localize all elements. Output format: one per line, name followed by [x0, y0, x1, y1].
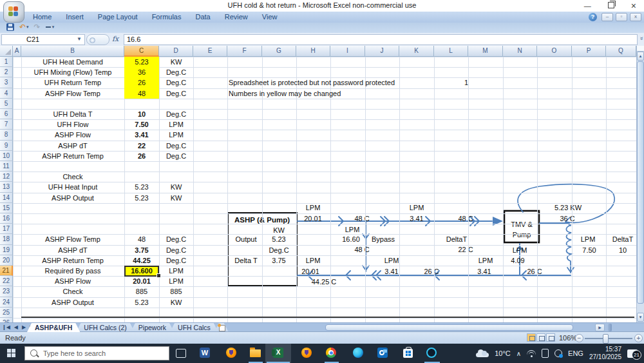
row-header-18[interactable]: 18 — [0, 234, 13, 244]
vertical-scrollbar-thumb[interactable] — [637, 61, 644, 304]
row-header-13[interactable]: 13 — [0, 182, 13, 192]
cell-D1[interactable]: KW — [159, 57, 193, 67]
cell-B18[interactable]: ASHP Flow Temp — [21, 234, 124, 244]
formula-bar-expand-icon[interactable]: « — [638, 37, 644, 40]
cell-D21[interactable]: LPM — [159, 266, 193, 276]
edge-icon[interactable] — [353, 348, 365, 359]
weather-cloud-icon[interactable] — [476, 349, 489, 357]
cell-C9[interactable]: 22 — [124, 141, 159, 151]
cell-D23[interactable]: 885 — [159, 286, 193, 297]
col-header-J[interactable]: J — [365, 46, 399, 57]
row-header-25[interactable]: 25 — [0, 308, 13, 318]
cell-B4[interactable]: ASHP Flow Temp — [21, 88, 124, 99]
cell-C6[interactable]: 10 — [124, 109, 159, 119]
row-header-24[interactable]: 24 — [0, 297, 13, 308]
cell-B13[interactable]: UFH Heat Input — [21, 182, 124, 192]
cell-C23[interactable]: 885 — [124, 286, 159, 297]
undo-button[interactable]: ↶▾ — [19, 23, 29, 31]
row-header-10[interactable]: 10 — [0, 151, 13, 161]
col-header-A[interactable]: A — [13, 46, 21, 57]
ribbon-tab-view[interactable]: View — [256, 12, 283, 23]
file-explorer-icon[interactable] — [250, 348, 261, 359]
save-button[interactable] — [6, 23, 14, 31]
cell-B7[interactable]: UFH Flow — [21, 119, 124, 130]
qat-customize-button[interactable]: ▾ — [46, 25, 55, 30]
sheet-tab-ufh-calcs[interactable]: UFH Calcs — [170, 323, 218, 332]
row-header-17[interactable]: 17 — [0, 224, 13, 234]
row-header-14[interactable]: 14 — [0, 193, 13, 203]
cell-C19[interactable]: 3.75 — [124, 245, 159, 255]
vertical-scrollbar[interactable]: ▲▼ — [636, 46, 644, 322]
cell-B10[interactable]: ASHP Return Temp — [21, 151, 124, 161]
cell-C3[interactable]: 26 — [124, 77, 159, 88]
cell-B8[interactable]: ASHP Flow — [21, 130, 124, 140]
row-header-8[interactable]: 8 — [0, 130, 13, 140]
cell-B24[interactable]: ASHP Output — [21, 297, 124, 308]
cell-C24[interactable]: 5.23 — [124, 297, 159, 308]
cell-B19[interactable]: ASHP dT — [21, 245, 124, 255]
cell-D22[interactable]: LPM — [159, 276, 193, 286]
outlook-icon[interactable] — [377, 348, 389, 359]
row-header-22[interactable]: 22 — [0, 276, 13, 286]
page-break-view-button[interactable] — [546, 333, 555, 342]
prev-sheet-button[interactable]: ◀ — [14, 324, 18, 331]
start-button[interactable] — [7, 349, 16, 358]
zoom-in-button[interactable]: + — [634, 334, 643, 342]
col-header-I[interactable]: I — [330, 46, 365, 57]
col-header-M[interactable]: M — [468, 46, 503, 57]
row-header-7[interactable]: 7 — [0, 119, 13, 130]
firefox-icon[interactable] — [226, 348, 238, 359]
workbook-minimize-button[interactable]: – — [601, 13, 613, 21]
cell-C18[interactable]: 48 — [124, 234, 159, 244]
firefox-shield-icon[interactable] — [301, 348, 313, 359]
cell-D2[interactable]: Deg.C — [159, 67, 193, 77]
wifi-icon[interactable] — [527, 350, 536, 357]
row-header-3[interactable]: 3 — [0, 77, 13, 88]
col-header-E[interactable]: E — [193, 46, 227, 57]
ribbon-tab-formulas[interactable]: Formulas — [146, 12, 187, 23]
cell-B22[interactable]: ASHP Flow — [21, 276, 124, 286]
workbook-close-button[interactable]: x — [630, 13, 641, 21]
language-label[interactable]: ENG — [568, 349, 583, 357]
cell-B12[interactable]: Check — [21, 172, 124, 182]
ribbon-tab-data[interactable]: Data — [189, 12, 216, 23]
col-header-B[interactable]: B — [21, 46, 124, 57]
network-icon[interactable] — [554, 349, 562, 357]
cell-C13[interactable]: 5.23 — [124, 182, 159, 192]
cell-D20[interactable]: Deg.C — [159, 255, 193, 266]
alexa-icon[interactable] — [426, 348, 438, 359]
cell-B21[interactable]: Required By pass — [21, 266, 124, 276]
cell-B20[interactable]: ASHP Return Temp — [21, 255, 124, 266]
worksheet-grid[interactable]: ASHP (& Pump)KWOutput5.23Deg.CDelta T3.7… — [0, 46, 644, 322]
cell-D10[interactable]: Deg.C — [159, 151, 193, 161]
row-header-21[interactable]: 21 — [0, 266, 13, 276]
row-header-11[interactable]: 11 — [0, 161, 13, 172]
scroll-right-button[interactable]: ▶ — [595, 324, 605, 331]
ribbon-tab-insert[interactable]: Insert — [60, 12, 90, 23]
fill-handle[interactable] — [156, 273, 161, 278]
excel-taskbar-tile[interactable]: X — [265, 344, 291, 363]
row-header-20[interactable]: 20 — [0, 255, 13, 266]
ribbon-tab-review[interactable]: Review — [219, 12, 254, 23]
first-sheet-button[interactable]: ❙◀ — [2, 324, 10, 331]
col-header-F[interactable]: F — [227, 46, 262, 57]
row-header-12[interactable]: 12 — [0, 172, 13, 182]
cell-D4[interactable]: Deg.C — [159, 88, 193, 99]
cell-C14[interactable]: 5.23 — [124, 193, 159, 203]
clock[interactable]: 15:37 27/10/2025 — [589, 346, 621, 361]
cell-B14[interactable]: ASHP Output — [21, 193, 124, 203]
cell-B3[interactable]: UFH Return Temp — [21, 77, 124, 88]
name-box[interactable]: C21 ▼ — [1, 34, 85, 45]
cell-F4[interactable]: Numbers in yellow may be changed — [229, 88, 486, 99]
help-icon[interactable]: ? — [589, 13, 597, 21]
horizontal-scrollbar-thumb[interactable] — [325, 324, 573, 331]
redo-button[interactable]: ↷ — [34, 23, 41, 31]
cell-D13[interactable]: KW — [159, 182, 193, 192]
insert-worksheet-button[interactable] — [214, 323, 229, 332]
cell-C1[interactable]: 5.23 — [124, 57, 159, 67]
name-box-dropdown-icon[interactable]: ▼ — [77, 36, 82, 42]
col-header-K[interactable]: K — [399, 46, 434, 57]
sheet-tab-ufh-calcs-2-[interactable]: UFH Calcs (2) — [76, 323, 135, 332]
zoom-slider-track[interactable] — [585, 338, 632, 339]
cell-B1[interactable]: UFH Heat Demand — [21, 57, 124, 67]
